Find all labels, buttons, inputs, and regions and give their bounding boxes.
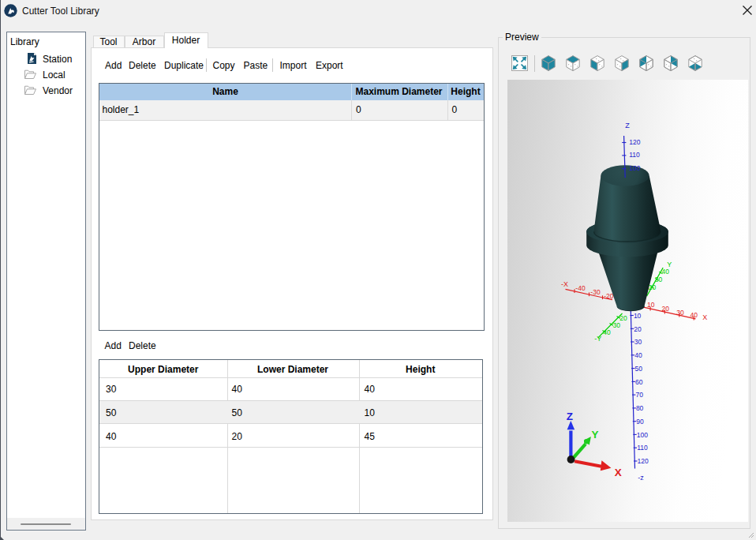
svg-text:30: 30 bbox=[634, 338, 642, 346]
svg-text:120: 120 bbox=[629, 137, 640, 145]
svg-text:-30: -30 bbox=[590, 287, 601, 295]
svg-text:100: 100 bbox=[629, 164, 640, 172]
svg-text:Z: Z bbox=[567, 410, 573, 422]
svg-text:X: X bbox=[702, 313, 707, 321]
svg-text:30: 30 bbox=[676, 308, 684, 316]
svg-text:30: 30 bbox=[655, 275, 663, 283]
svg-text:80: 80 bbox=[636, 404, 644, 412]
svg-text:20: 20 bbox=[649, 283, 657, 291]
svg-text:120: 120 bbox=[638, 457, 649, 465]
svg-text:40: 40 bbox=[661, 268, 669, 276]
svg-text:-40: -40 bbox=[575, 284, 586, 292]
svg-text:-z: -z bbox=[638, 474, 644, 482]
svg-text:90: 90 bbox=[636, 417, 644, 425]
svg-text:110: 110 bbox=[629, 151, 640, 159]
svg-text:110: 110 bbox=[637, 444, 648, 452]
svg-text:-Y: -Y bbox=[594, 335, 601, 343]
svg-text:-20: -20 bbox=[604, 292, 614, 300]
svg-text:Z: Z bbox=[625, 121, 630, 129]
svg-text:40: 40 bbox=[691, 311, 698, 319]
svg-text:20: 20 bbox=[661, 304, 669, 312]
svg-text:100: 100 bbox=[637, 430, 648, 438]
svg-text:X: X bbox=[615, 467, 622, 478]
svg-text:50: 50 bbox=[635, 364, 643, 372]
svg-text:30: 30 bbox=[613, 321, 621, 328]
svg-text:-X: -X bbox=[561, 280, 568, 288]
svg-text:20: 20 bbox=[619, 313, 627, 321]
svg-text:70: 70 bbox=[636, 391, 644, 399]
svg-text:60: 60 bbox=[635, 377, 643, 385]
svg-text:10: 10 bbox=[647, 300, 655, 308]
svg-text:10: 10 bbox=[634, 311, 642, 319]
svg-text:40: 40 bbox=[634, 351, 642, 359]
svg-text:20: 20 bbox=[634, 324, 642, 332]
svg-text:Y: Y bbox=[592, 429, 599, 441]
svg-text:40: 40 bbox=[603, 328, 611, 336]
